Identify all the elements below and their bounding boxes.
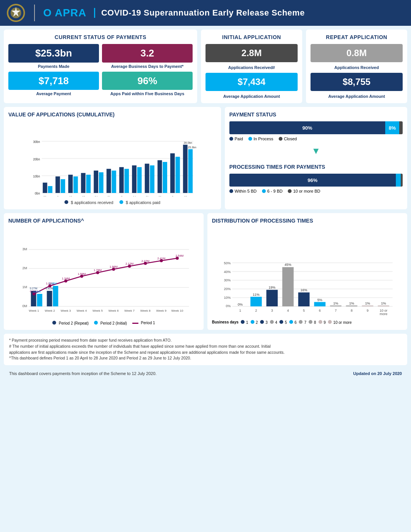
- svg-rect-27: [163, 162, 167, 193]
- svg-text:1.78M: 1.78M: [94, 268, 102, 272]
- svg-text:1%: 1%: [365, 301, 370, 305]
- svg-text:31: 31: [107, 196, 110, 196]
- main-content: CURRENT STATUS OF PAYMENTS $25.3bn Payme…: [0, 26, 411, 381]
- svg-text:Week 3: Week 3: [61, 309, 71, 312]
- footer-note3: ^This dashboard defines Period 1 as 20 A…: [9, 355, 402, 361]
- svg-rect-131: [378, 306, 389, 306]
- svg-text:3: 3: [57, 196, 59, 196]
- svg-text:10: 10: [69, 196, 72, 196]
- ten-plus-segment: [401, 174, 403, 187]
- footer-coverage: This dashboard covers payments from ince…: [9, 371, 157, 376]
- payment-status-bar: 90% 8%: [229, 121, 403, 134]
- dist-legend-1: 1: [241, 320, 248, 325]
- svg-text:2M: 2M: [22, 266, 27, 270]
- aus-crest-icon: [6, 3, 26, 23]
- processing-times-legend: Within 5 BD 6 - 9 BD 10 or more BD: [229, 189, 403, 193]
- svg-rect-25: [150, 165, 154, 193]
- svg-text:1%: 1%: [349, 301, 354, 305]
- svg-rect-19: [112, 171, 116, 193]
- svg-text:2: 2: [255, 309, 257, 312]
- avg-days-label: Average Business Days to Payment*: [102, 64, 193, 69]
- initial-application-section: INITIAL APPLICATION 2.8M Applications Re…: [201, 30, 302, 103]
- svg-rect-16: [94, 171, 98, 193]
- svg-text:28: 28: [158, 196, 162, 196]
- svg-text:0%: 0%: [226, 304, 231, 308]
- header-divider: [34, 5, 35, 21]
- 6-9-legend-dot: [262, 189, 266, 193]
- svg-text:26: 26: [43, 196, 46, 196]
- bar-paid-2: [61, 179, 65, 193]
- six-nine-segment: [396, 174, 401, 187]
- svg-text:Week 6: Week 6: [108, 309, 119, 312]
- legend-period2-repeat: Period 2 (Repeat): [52, 321, 89, 325]
- svg-text:3: 3: [271, 309, 273, 312]
- in-process-legend-dot: [248, 137, 252, 141]
- paid-legend-dot: [229, 137, 233, 141]
- svg-text:1.08M: 1.08M: [49, 282, 57, 285]
- legend-closed-item: Closed: [279, 137, 297, 141]
- svg-text:20%: 20%: [224, 287, 231, 291]
- dist-legend-3: 3: [260, 320, 268, 325]
- svg-text:0.82M: 0.82M: [46, 287, 53, 290]
- svg-rect-127: [346, 306, 358, 306]
- bar-paid-1: [48, 186, 52, 193]
- value-bar-chart: 0bn 10bn 20bn 30bn: [8, 121, 216, 196]
- within5-segment: 96%: [229, 174, 396, 187]
- payments-made-box: $25.3bn: [8, 44, 99, 63]
- svg-rect-24: [145, 164, 149, 193]
- legend-paid: $ applications paid: [119, 200, 160, 205]
- apps-paid-box: 96%: [102, 72, 193, 90]
- status-grid: $25.3bn Payments Made 3.2 Average Busine…: [8, 44, 193, 96]
- svg-text:14: 14: [133, 196, 136, 196]
- svg-rect-23: [137, 167, 142, 193]
- within5-legend-dot: [229, 189, 233, 193]
- svg-rect-119: [282, 267, 294, 307]
- svg-rect-29: [176, 157, 180, 193]
- svg-text:Week 10: Week 10: [171, 309, 184, 312]
- svg-text:20bn: 20bn: [33, 158, 40, 161]
- dist-x-label: Business days: [212, 320, 238, 325]
- svg-rect-22: [132, 165, 136, 193]
- dist-legend-2: 2: [251, 320, 258, 325]
- svg-text:5%: 5%: [317, 298, 322, 302]
- initial-apps-received-box: 2.8M: [206, 44, 298, 62]
- svg-rect-125: [330, 306, 342, 306]
- dist-chart-svg: 0% 10% 20% 30% 40% 50% 0%: [212, 227, 403, 318]
- arrow-down-icon: ▼: [229, 146, 403, 156]
- svg-text:3M: 3M: [22, 247, 27, 251]
- avg-payment-value: $7,718: [11, 75, 96, 86]
- svg-text:Week 1: Week 1: [29, 309, 39, 312]
- initial-avg-amount-label: Average Application Amount: [206, 94, 298, 99]
- svg-rect-31: [188, 149, 193, 193]
- closed-segment: [399, 121, 403, 134]
- svg-text:1: 1: [239, 309, 241, 312]
- value-chart-title: VALUE OF APPLICATIONS (CUMULATIVE): [8, 111, 216, 118]
- footer-bottom: This dashboard covers payments from ince…: [4, 369, 407, 377]
- logo-area: O APRA: [6, 3, 86, 23]
- dist-legend-8: 8: [309, 320, 316, 325]
- dist-title: DISTRIBUTION OF PROCESSING TIMES: [212, 218, 403, 224]
- legend-10plus-item: 10 or more BD: [288, 189, 320, 193]
- svg-text:1%: 1%: [381, 301, 386, 305]
- repeat-avg-amount-label: Average Application Amount: [311, 94, 403, 99]
- legend-period1: Period 1: [132, 321, 155, 325]
- period2-repeat-dot: [52, 321, 56, 325]
- svg-text:1.59M: 1.59M: [78, 272, 86, 276]
- bar-received-1: [43, 183, 47, 193]
- svg-rect-121: [298, 292, 310, 306]
- dist-section: DISTRIBUTION OF PROCESSING TIMES 0% 10% …: [207, 213, 407, 330]
- svg-text:12: 12: [184, 196, 187, 196]
- repeat-avg-amount-value: $8,755: [314, 77, 400, 87]
- svg-text:40%: 40%: [224, 270, 231, 274]
- initial-apps-received-label: Applications Received#: [206, 65, 298, 70]
- svg-text:28.0bn: 28.0bn: [184, 141, 192, 144]
- initial-avg-amount-box: $7,434: [206, 73, 298, 91]
- svg-text:0%: 0%: [238, 303, 243, 306]
- svg-text:8: 8: [351, 309, 353, 312]
- apra-circle: O: [43, 7, 55, 19]
- current-status-title: CURRENT STATUS OF PAYMENTS: [8, 34, 193, 40]
- svg-rect-28: [170, 153, 175, 193]
- svg-rect-13: [74, 176, 78, 193]
- avg-days-value: 3.2: [105, 48, 190, 59]
- repeat-avg-amount-box: $8,755: [311, 73, 403, 91]
